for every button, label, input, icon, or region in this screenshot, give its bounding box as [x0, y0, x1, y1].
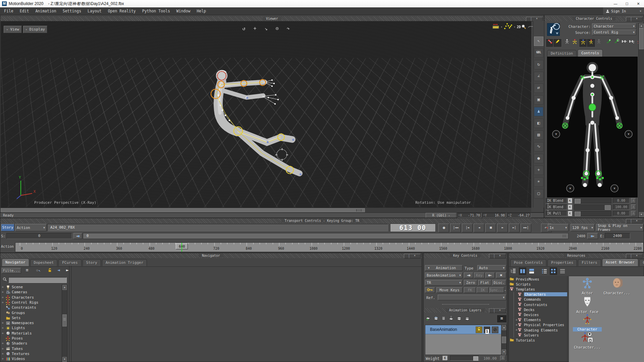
transform-z-field[interactable]: ▾Z-64.27: [507, 213, 531, 218]
resources-tab-properties[interactable]: Properties: [547, 259, 577, 266]
asset-tree-item-constraints[interactable]: Constraints: [509, 302, 567, 307]
zero-button[interactable]: Zero: [464, 280, 477, 286]
tree-item-scene[interactable]: +Scene: [0, 285, 61, 290]
ik-value[interactable]: 0.00: [613, 211, 630, 216]
asset-item-actor[interactable]: Actor: [573, 278, 602, 295]
resources-header[interactable]: Resources □ ×: [509, 253, 644, 258]
viewer-close-button[interactable]: ×: [531, 17, 543, 21]
play-button[interactable]: ►: [497, 224, 508, 232]
source-combo[interactable]: Control Rig▼: [592, 29, 636, 35]
expand-icon[interactable]: +: [0, 290, 5, 294]
story-button[interactable]: Story: [1, 224, 14, 231]
asset-tree-item-commands[interactable]: Commands: [509, 297, 567, 302]
character-red-icon[interactable]: [571, 39, 579, 47]
menu-item-open-reality[interactable]: Open Reality: [108, 9, 136, 13]
viewer-pane-header[interactable]: Viewer □ ×: [0, 16, 544, 21]
ik-auto-button[interactable]: A: [631, 204, 636, 210]
pan-icon[interactable]: +: [251, 24, 259, 33]
ik-key-button[interactable]: K: [568, 211, 572, 216]
lock-icon[interactable]: [47, 268, 52, 274]
zoom-2d-icon[interactable]: 2D: [517, 24, 526, 29]
fps-combo[interactable]: 120 fps▼: [571, 224, 595, 231]
tab-fcurves[interactable]: FCurves: [58, 259, 81, 266]
transport-header[interactable]: Transport Controls - Keying Group: TR □ …: [0, 219, 644, 223]
favorite-icon[interactable]: ☆↖: [36, 267, 41, 273]
menu-item-edit[interactable]: Edit: [20, 9, 29, 13]
list-options-icon[interactable]: ≡: [26, 267, 29, 273]
tree-item-poses[interactable]: Poses: [0, 336, 61, 341]
character-picker[interactable]: ▼▼▼▼: [547, 57, 638, 197]
close-button[interactable]: ×: [633, 1, 644, 6]
maximize-button[interactable]: □: [621, 1, 633, 6]
tree-item-namespaces[interactable]: +aNamespaces: [0, 320, 61, 325]
ik-key-button[interactable]: K: [568, 198, 572, 203]
take-name-field[interactable]: A24_002_FBX: [47, 224, 388, 231]
asset-item-character[interactable]: Character: [573, 314, 602, 331]
go-to-start-button[interactable]: |◄◄: [450, 224, 461, 232]
disc-button[interactable]: Disc.: [492, 280, 506, 286]
expand-icon[interactable]: +: [0, 331, 5, 335]
layer-dup-icon[interactable]: [433, 315, 439, 322]
tree-item-lights[interactable]: +Lights: [0, 325, 61, 330]
ik-value[interactable]: 100.00: [613, 204, 630, 210]
weight-key-button[interactable]: K: [442, 356, 448, 361]
key-range-icon[interactable]: [621, 39, 629, 47]
asset-item-actor-face[interactable]: Actor face: [573, 296, 602, 314]
tree-item-characters[interactable]: +Characters: [0, 295, 61, 300]
tree-item-control-rigs[interactable]: +Control Rigs: [0, 300, 61, 305]
sign-in-area[interactable]: Sign In ▼: [603, 7, 644, 15]
menu-item-settings[interactable]: Settings: [63, 9, 81, 13]
ruler-display-icon[interactable]: [492, 22, 499, 31]
asset-tree-item-decks[interactable]: Decks: [509, 307, 567, 312]
tree-item-cameras[interactable]: +Cameras: [0, 290, 61, 295]
ruler-dropdown-icon[interactable]: ▾: [501, 25, 502, 28]
character-combo[interactable]: Character▼: [592, 23, 636, 29]
expand-icon[interactable]: +: [0, 342, 5, 345]
start-frame-field[interactable]: 0: [6, 233, 72, 239]
tree-item-shaders[interactable]: +Shaders: [0, 341, 61, 346]
marquee-tool-icon[interactable]: ▢: [534, 189, 543, 198]
type-combo[interactable]: Auto▼: [477, 265, 506, 271]
gbl-toggle[interactable]: GBL: [534, 48, 543, 58]
menu-item-help[interactable]: Help: [197, 9, 206, 13]
expand-icon[interactable]: +: [0, 321, 5, 325]
resources-tab-groups[interactable]: Groups: [639, 259, 644, 266]
delete-key-button[interactable]: ×: [496, 273, 506, 278]
resources-tab-pose-controls[interactable]: Pose Controls: [510, 259, 546, 266]
key-mode-button[interactable]: [425, 287, 435, 293]
previous-frame-button[interactable]: ◄: [474, 224, 484, 232]
character-tab-definition[interactable]: Definition: [547, 50, 577, 57]
pen-icon[interactable]: [553, 39, 562, 47]
magnify-icon[interactable]: ⊙: [273, 24, 281, 33]
navigator-scrollbar[interactable]: ▲ ▼: [62, 285, 67, 362]
layer-mute-icon[interactable]: ⊘: [492, 326, 498, 333]
ik-slider[interactable]: [574, 211, 611, 216]
tree-item-takes[interactable]: +Takes: [0, 346, 61, 351]
character-controls-close-button[interactable]: ×: [631, 17, 643, 21]
filter-button[interactable]: Filte...: [2, 268, 21, 274]
animation-layers-header[interactable]: Animation Layers □ ×: [424, 308, 507, 313]
set-key-button[interactable]: Key: [474, 273, 485, 278]
3d-viewport[interactable]: Y X Producer Perspective (X-Ray) Rotatio…: [1, 21, 531, 207]
ik-slider[interactable]: [574, 198, 611, 203]
layer-count-badge[interactable]: 1: [484, 326, 490, 333]
trash-icon[interactable]: [441, 315, 446, 322]
sync-button[interactable]: Sync...: [489, 287, 504, 293]
rotate-view-icon[interactable]: ↻: [534, 60, 543, 69]
snap-combo[interactable]: Snap & Play on Frames▼: [596, 224, 644, 231]
forward-icon[interactable]: ►: [66, 267, 69, 273]
tree-view-icon[interactable]: [510, 268, 516, 276]
humanik-logo[interactable]: [547, 23, 560, 37]
asset-tree-item-physical-properties[interactable]: +Physical Properties: [509, 322, 567, 327]
navigator-search-input[interactable]: [8, 277, 67, 283]
character-active-icon[interactable]: [587, 39, 595, 47]
ik-button[interactable]: IK: [477, 287, 489, 293]
asset-item-character-[interactable]: Character...: [602, 278, 631, 295]
select-tool-icon[interactable]: ↖: [534, 37, 543, 46]
asset-tree-item-shading-elements[interactable]: +Shading Elements: [509, 327, 567, 333]
character-mesh[interactable]: [194, 67, 321, 201]
trajectory-display-icon[interactable]: [504, 22, 513, 31]
layer-down-icon[interactable]: [464, 315, 470, 322]
asset-tree-item-prevismoves[interactable]: +PrevisMoves: [509, 277, 567, 282]
tree-item-sets[interactable]: Sets: [0, 315, 61, 320]
